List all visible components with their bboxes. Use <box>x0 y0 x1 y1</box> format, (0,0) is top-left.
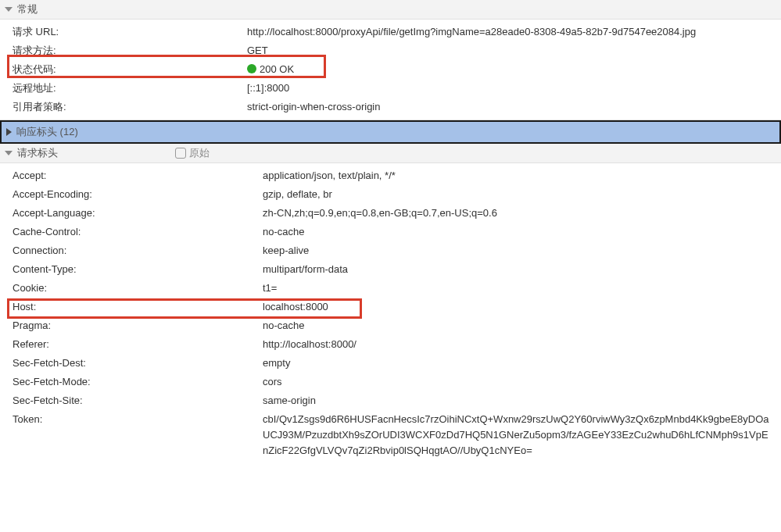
value: application/json, text/plain, */* <box>247 168 781 184</box>
chevron-down-icon <box>5 151 13 155</box>
value: zh-CN,zh;q=0.9,en;q=0.8,en-GB;q=0.7,en-U… <box>247 205 781 221</box>
row-cache-control: Cache-Control:no-cache <box>0 223 781 241</box>
value: GET <box>247 43 781 59</box>
value: localhost:8000 <box>247 299 781 315</box>
label: 状态代码: <box>13 62 247 77</box>
section-header-general[interactable]: 常规 <box>0 0 781 20</box>
value: no-cache <box>247 224 781 240</box>
label: Sec-Fetch-Mode: <box>13 374 247 390</box>
section-header-response[interactable]: 响应标头 (12) <box>0 120 781 144</box>
section-title-response: 响应标头 (12) <box>16 125 78 139</box>
value: no-cache <box>247 318 781 334</box>
value: empty <box>247 355 781 371</box>
row-request-method: 请求方法: GET <box>0 41 781 60</box>
label: Pragma: <box>13 318 247 334</box>
label: Cache-Control: <box>13 224 247 240</box>
value: t1= <box>247 280 781 296</box>
value: multipart/form-data <box>247 262 781 277</box>
chevron-down-icon <box>5 7 13 12</box>
label: Content-Type: <box>13 262 247 277</box>
label: Referer: <box>13 337 247 352</box>
row-remote-address: 远程地址: [::1]:8000 <box>0 79 781 98</box>
row-referrer-policy: 引用者策略: strict-origin-when-cross-origin <box>0 98 781 116</box>
status-dot-icon <box>247 64 256 73</box>
row-referer: Referer:http://localhost:8000/ <box>0 335 781 354</box>
row-cookie: Cookie:t1= <box>0 279 781 298</box>
value: same-origin <box>247 393 781 409</box>
raw-checkbox[interactable]: 原始 <box>175 146 210 160</box>
label: Connection: <box>13 243 247 259</box>
label: Host: <box>13 299 247 315</box>
checkbox-icon <box>175 148 186 159</box>
section-title-general: 常规 <box>17 2 38 16</box>
label: Cookie: <box>13 280 247 296</box>
value: [::1]:8000 <box>247 80 781 96</box>
label: 远程地址: <box>13 80 247 96</box>
label: Token: <box>13 412 247 459</box>
label: Sec-Fetch-Dest: <box>13 355 247 371</box>
value: cbI/Qv1Zsgs9d6R6HUSFacnHecsIc7rzOihiNCxt… <box>247 412 781 459</box>
row-request-url: 请求 URL: http://localhost:8000/proxyApi/f… <box>0 23 781 41</box>
status-text: 200 OK <box>260 63 294 75</box>
label: Accept: <box>13 168 247 184</box>
label: 请求方法: <box>13 43 247 59</box>
value: strict-origin-when-cross-origin <box>247 99 781 115</box>
label: 请求 URL: <box>13 24 247 40</box>
row-pragma: Pragma:no-cache <box>0 316 781 335</box>
row-status-code: 状态代码: 200 OK <box>0 60 781 79</box>
row-host: Host:localhost:8000 <box>0 298 781 316</box>
label: Sec-Fetch-Site: <box>13 393 247 409</box>
general-rows: 请求 URL: http://localhost:8000/proxyApi/f… <box>0 20 781 120</box>
row-accept: Accept:application/json, text/plain, */* <box>0 166 781 185</box>
row-token: Token:cbI/Qv1Zsgs9d6R6HUSFacnHecsIc7rzOi… <box>0 410 781 460</box>
value: gzip, deflate, br <box>247 187 781 202</box>
value: cors <box>247 374 781 390</box>
row-accept-language: Accept-Language:zh-CN,zh;q=0.9,en;q=0.8,… <box>0 204 781 223</box>
network-headers-panel: 常规 请求 URL: http://localhost:8000/proxyAp… <box>0 0 781 463</box>
row-accept-encoding: Accept-Encoding:gzip, deflate, br <box>0 185 781 204</box>
section-header-request[interactable]: 请求标头 原始 <box>0 144 781 163</box>
row-connection: Connection:keep-alive <box>0 241 781 260</box>
section-title-request: 请求标头 <box>17 146 58 160</box>
row-content-type: Content-Type:multipart/form-data <box>0 260 781 279</box>
label: 引用者策略: <box>13 99 247 115</box>
label: Accept-Encoding: <box>13 187 247 202</box>
value: http://localhost:8000/proxyApi/file/getI… <box>247 24 781 40</box>
request-rows: Accept:application/json, text/plain, */*… <box>0 163 781 463</box>
row-sec-fetch-mode: Sec-Fetch-Mode:cors <box>0 373 781 391</box>
raw-label: 原始 <box>189 146 210 160</box>
label: Accept-Language: <box>13 205 247 221</box>
chevron-right-icon <box>6 128 12 136</box>
value: http://localhost:8000/ <box>247 337 781 352</box>
row-sec-fetch-dest: Sec-Fetch-Dest:empty <box>0 354 781 373</box>
value: 200 OK <box>247 62 781 77</box>
row-sec-fetch-site: Sec-Fetch-Site:same-origin <box>0 391 781 410</box>
value: keep-alive <box>247 243 781 259</box>
